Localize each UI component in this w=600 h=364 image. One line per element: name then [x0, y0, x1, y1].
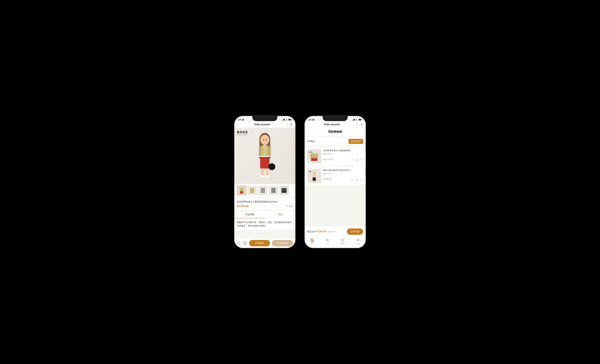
thumbnail-5[interactable] [279, 186, 289, 195]
cart-item-name-2: 秋冬小童女童洋气卫衣Z15274 [323, 169, 363, 172]
cart-scroll: 我的购物袋 2件商品 使用优惠券 BOSS 20 [305, 128, 366, 226]
coupon-button[interactable]: 使用优惠券 [349, 139, 363, 144]
svg-rect-24 [261, 188, 265, 193]
svg-rect-15 [271, 164, 272, 167]
category-label: 分类 [326, 243, 329, 245]
product-figure [248, 131, 282, 181]
qty-increase-2[interactable]: + [359, 177, 363, 182]
cart-item-name-1: 2020冬季女童大小童双面羽绒… [323, 149, 363, 152]
thumbnail-row [234, 184, 295, 197]
chat-icon[interactable]: 💬 [243, 241, 247, 245]
scan-button[interactable]: ⊙ [290, 123, 292, 126]
svg-rect-6 [259, 146, 271, 157]
tab-reviews[interactable]: 评价 [265, 211, 295, 218]
cart-item-2: KARL 秋冬小童女童洋气卫衣Z15274 粉色;12A; ∨ [305, 167, 366, 185]
svg-rect-37 [313, 175, 316, 177]
nav-item-cart[interactable]: 🛒 购物车 [335, 238, 350, 245]
nav-bar: ‹ Kids around ··· ⊙ [234, 121, 295, 128]
svg-rect-33 [311, 158, 317, 161]
back-button[interactable]: ‹ [237, 123, 238, 126]
phone-cart: 17:15 ▲ Kids around ··· ⊙ [305, 116, 366, 248]
svg-rect-10 [262, 168, 263, 176]
nav-item-profile[interactable]: ✿ 我的 [350, 238, 366, 245]
qty-decrease-2[interactable]: − [351, 177, 355, 182]
cart-count: 2件商品 [307, 140, 315, 143]
total-price: ¥1342.80 [316, 230, 326, 233]
svg-point-36 [313, 171, 316, 175]
qty-control-2: − 1 + [351, 177, 363, 182]
svg-rect-40 [315, 181, 316, 182]
svg-point-12 [260, 175, 265, 177]
cart-item-image-2: KARL [307, 169, 321, 183]
thumbnail-1[interactable] [237, 186, 246, 195]
brand-logo: BOSS HUGO BOSS [237, 130, 248, 135]
svg-rect-20 [240, 191, 243, 194]
cart-item-image-1: BOSS [307, 149, 321, 163]
cart-item-price-1: ¥1470.00 [323, 158, 333, 161]
tab-details[interactable]: 产品详情 [234, 211, 265, 218]
svg-point-3 [261, 135, 269, 145]
svg-rect-11 [266, 168, 268, 176]
thumbnail-3[interactable] [258, 186, 268, 195]
scan-button[interactable]: ⊙ [360, 123, 363, 126]
product-tabs: 产品详情 评价 [234, 211, 295, 218]
notch [252, 116, 277, 121]
svg-rect-19 [240, 188, 244, 192]
cart-item-details-1: 2020冬季女童大小童双面羽绒… 黑/黄;10A; ∨ ¥1470.00 − 1… [323, 149, 363, 162]
checkout-button[interactable]: 立即结算 [347, 228, 363, 235]
cart-item-variant-1: 黑/黄;10A; ∨ [323, 153, 363, 155]
thumbnail-4[interactable] [269, 186, 278, 195]
thumbnail-2[interactable] [247, 186, 257, 195]
svg-rect-29 [281, 192, 287, 193]
status-icons: ▲ [353, 119, 362, 121]
bottom-icons: 🛒 💬 [237, 241, 247, 245]
cart-title: 我的购物袋 [305, 128, 366, 136]
product-description: 聚酰胺可逆河豚外套，驱蚊剂，拉链。金色侧饰有前袋和品牌徽章。黑色的侧面在胸部 [234, 218, 295, 230]
nav-item-home[interactable]: 🏠 主页 [305, 238, 320, 245]
svg-point-17 [266, 139, 267, 140]
share-icon: ↻ [286, 205, 288, 207]
nav-bar: Kids around ··· ⊙ [305, 121, 366, 128]
battery-icon [358, 119, 362, 121]
qty-increase-1[interactable]: + [359, 158, 363, 162]
cart-icon[interactable]: 🛒 [237, 241, 241, 245]
cart-item-variant-2: 粉色;12A; ∨ [323, 172, 363, 175]
total-section: 商品总价 ¥1342.80 ¥2238.00 [307, 230, 335, 233]
original-price: ¥2238.00 [328, 231, 335, 233]
category-icon: ⊞ [326, 238, 329, 242]
profile-icon: ✿ [356, 238, 359, 242]
svg-rect-28 [281, 188, 287, 192]
cart-item: BOSS 2020冬季女童大小童双面羽绒… 黑/黄;10A; ∨ ¥1470.0… [305, 147, 366, 165]
product-scroll: BOSS HUGO BOSS [234, 128, 295, 238]
cart-nav-label: 购物车 [340, 243, 345, 245]
more-button[interactable]: ··· [286, 123, 288, 126]
svg-rect-38 [313, 177, 316, 181]
wifi-icon: ▲ [356, 119, 358, 121]
qty-decrease-1[interactable]: − [351, 158, 355, 162]
total-label: 商品总价 [307, 230, 315, 233]
svg-text:KARL: KARL [309, 171, 312, 172]
status-time: 17:15 [238, 118, 244, 121]
svg-text:BOSS: BOSS [309, 151, 312, 153]
buy-now-button[interactable]: 立即购买 [249, 240, 270, 246]
svg-point-13 [265, 175, 269, 177]
add-to-cart-button[interactable]: 加入购物袋 [272, 240, 293, 246]
more-button[interactable]: ··· [356, 123, 359, 126]
notch [323, 116, 348, 121]
product-info: 2020冬季女童大小童双面羽绒夹克J16146 ¥1370.00 ↻ 分享 [234, 198, 295, 210]
profile-label: 我的 [356, 243, 359, 245]
status-icons: ▲ [282, 119, 291, 121]
svg-point-14 [268, 163, 275, 170]
svg-rect-22 [250, 188, 254, 193]
share-button[interactable]: ↻ 分享 [286, 205, 293, 208]
cart-nav-icon: 🛒 [341, 238, 345, 242]
bottom-nav: 🏠 主页 ⊞ 分类 🛒 购物车 ✿ 我的 [305, 237, 366, 248]
svg-rect-7 [259, 156, 271, 157]
product-name: 2020冬季女童大小童双面羽绒夹克J16146 [237, 200, 293, 203]
product-price: ¥1370.00 [237, 205, 249, 208]
svg-point-16 [263, 139, 264, 140]
signal-icon [282, 119, 285, 121]
nav-item-category[interactable]: ⊞ 分类 [320, 238, 335, 245]
phone-product: 17:15 ▲ ‹ Kids around ··· [234, 116, 295, 248]
bottom-action-bar: 🛒 💬 立即购买 加入购物袋 [234, 238, 295, 248]
